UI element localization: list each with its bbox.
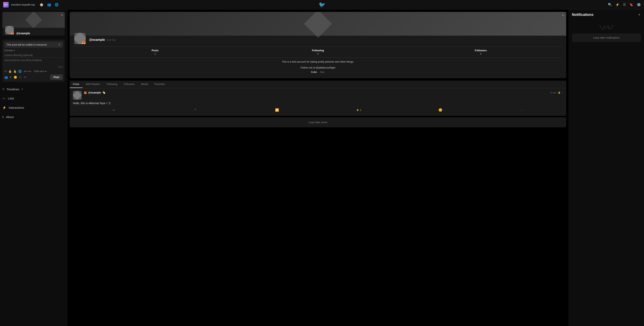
more-action[interactable]: ···	[482, 108, 563, 113]
sidebar-item-timelines[interactable]: ≡ Timelines ▾	[2, 86, 65, 92]
load-older-notifications[interactable]: Load older notifications	[572, 34, 641, 42]
content-warning-input[interactable]	[4, 53, 63, 58]
stat-followers[interactable]: Followers 0	[400, 46, 562, 58]
tab-with-replies[interactable]: With Replies	[82, 80, 103, 88]
stat-following-value: 0	[238, 52, 398, 55]
header-rate: 0 per day	[106, 38, 116, 41]
compose-toolbar: ✉ 🔒 🔓 🌐 en ▾ Plain text	[4, 70, 63, 73]
tab-favorites[interactable]: Favorites	[151, 80, 168, 88]
stat-posts-label: Posts	[75, 49, 235, 52]
stats-row: Posts 1 Following 0 Followers 0	[74, 46, 562, 58]
topnav-left: nyA transfem.boywife.top 🏠 👥 🌐	[3, 2, 58, 8]
boost-icon[interactable]: +	[562, 91, 563, 94]
instance-logo[interactable]: nyA	[3, 2, 9, 8]
middle-panel: ✎ 🦊 @example 0 per day	[67, 10, 569, 326]
settings-icon[interactable]: ⚙️	[637, 3, 641, 6]
tab-followers[interactable]: Followers	[120, 80, 138, 88]
reply-icon: ↩	[112, 108, 115, 112]
header-edit-icon[interactable]: ✎	[562, 14, 564, 17]
lists-icon: ≔	[2, 96, 6, 100]
stat-posts[interactable]: Posts 1	[74, 46, 236, 58]
emoji-icon[interactable]: 😊	[14, 76, 17, 79]
unlock-icon[interactable]: 🔓	[13, 70, 17, 73]
post-author[interactable]: @example	[88, 91, 101, 94]
timelines-icon: ≡	[2, 87, 4, 91]
timelines-label: Timelines	[6, 88, 19, 91]
format-select[interactable]: Plain text	[33, 70, 47, 73]
preview-row[interactable]: Preview ▾	[4, 49, 63, 52]
post-author-emoji: 🦊	[84, 91, 87, 94]
quote-icon: ❝	[194, 108, 196, 112]
profile-header: ✎ 🦊 @example 0 per day	[70, 12, 566, 78]
sidebar-item-lists[interactable]: ≔ Lists	[2, 96, 65, 101]
compose-textarea[interactable]	[4, 59, 63, 65]
empty-state: ¯\_(ツ)_/¯	[572, 25, 641, 30]
main-layout: ✎ 🦊 @example This post will be visible t…	[0, 10, 644, 326]
stat-following-label: Following	[238, 49, 398, 52]
bookmark-icon[interactable]: 🔖	[629, 3, 633, 6]
post-content: Hello, this is Akkoma! Nya~! :3	[73, 101, 563, 105]
template-icon[interactable]: 🗒	[19, 76, 22, 79]
star-action[interactable]: ★ 1	[318, 107, 400, 113]
instance-name: transfem.boywife.top	[11, 3, 35, 6]
profile-avatar: 🦊	[5, 25, 14, 35]
more-icon: ···	[521, 108, 524, 112]
post-timestamp: 2d ago	[550, 91, 557, 94]
post-header: 🦊 @example 🏷️ 2d ago 🔓 +	[73, 91, 563, 100]
stat-following[interactable]: Following 0	[236, 46, 399, 58]
repost-icon: 🔁	[275, 108, 279, 112]
emoji-react-action[interactable]: 😊	[400, 107, 482, 113]
profile-card: ✎ 🦊 @example	[2, 12, 65, 36]
flash-icon[interactable]: ⚡	[616, 3, 620, 6]
language-select[interactable]: en ▾	[23, 70, 32, 73]
globe-icon[interactable]: 🌐	[55, 3, 58, 6]
post-author-row: 🦊 @example 🏷️ 2d ago 🔓 +	[84, 91, 563, 94]
quote-action[interactable]: ❝	[155, 107, 236, 113]
topnav-center: 🐦	[319, 2, 326, 8]
mascot-icon: 🐦	[319, 2, 326, 8]
interactions-icon: ⚡	[2, 106, 6, 110]
profile-header-content: 🦊 @example 0 per day Posts 1	[70, 36, 566, 78]
field-cube-key: Cube	[311, 71, 317, 74]
people-compose-icon[interactable]: 👥	[4, 76, 8, 79]
lock-icon[interactable]: 🔒	[8, 70, 12, 73]
field-cube-value: true;	[320, 71, 325, 74]
home-icon[interactable]: 🏠	[40, 3, 44, 6]
tab-media[interactable]: Media	[138, 80, 151, 88]
table-row: 🦊 @example 🏷️ 2d ago 🔓 + Hello, this is …	[70, 88, 566, 116]
repost-action[interactable]: 🔁	[236, 107, 318, 113]
tab-posts[interactable]: Posts	[70, 80, 82, 88]
sidebar-item-interactions[interactable]: ⚡ Interactions	[2, 105, 65, 110]
post-badge: 🏷️	[102, 91, 106, 94]
compose-actions: 👥 ⬆ 😊 🗒 👁 Post	[4, 74, 63, 80]
topnav-quick-icons: 🏠 👥 🌐	[40, 3, 58, 6]
globe-compose-icon[interactable]: 🌐	[18, 70, 22, 73]
hide-icon[interactable]: 👁	[24, 76, 26, 79]
people-icon[interactable]: 👥	[47, 3, 51, 6]
email-icon[interactable]: ✉	[4, 70, 7, 73]
tab-following[interactable]: Following	[103, 80, 120, 88]
timelines-chevron-icon: ▾	[22, 88, 23, 90]
reply-action[interactable]: ↩	[73, 107, 155, 113]
header-avatar-emoji: 🦊	[81, 40, 86, 44]
profile-edit-icon[interactable]: ✎	[61, 14, 63, 17]
upload-icon[interactable]: ⬆	[9, 76, 12, 79]
search-icon[interactable]: 🔍	[608, 3, 612, 6]
header-banner-shape	[304, 12, 332, 38]
profile-tabs: Posts With Replies Following Followers M…	[70, 80, 566, 88]
list-icon[interactable]: ☰	[623, 3, 626, 6]
load-more-posts[interactable]: Load older posts	[70, 117, 566, 127]
star-icon: ★	[356, 108, 359, 112]
post-button[interactable]: Post	[50, 74, 63, 80]
profile-header-avatar: 🦊	[74, 32, 86, 45]
stat-followers-label: Followers	[401, 49, 561, 52]
visibility-bar[interactable]: This post will be visible to everyone ✕	[4, 42, 63, 48]
filter-icon[interactable]: ▼	[638, 13, 641, 17]
post-avatar-shape	[73, 91, 82, 100]
visibility-close-icon[interactable]: ✕	[58, 43, 60, 46]
sidebar-item-about[interactable]: ℹ About	[2, 114, 65, 120]
profile-name: @example	[16, 32, 30, 35]
post-time: 2d ago 🔓 +	[550, 91, 563, 94]
top-navigation: nyA transfem.boywife.top 🏠 👥 🌐 🐦 🔍 ⚡ ☰ 🔖…	[0, 0, 644, 10]
preview-label: Preview	[4, 49, 13, 52]
